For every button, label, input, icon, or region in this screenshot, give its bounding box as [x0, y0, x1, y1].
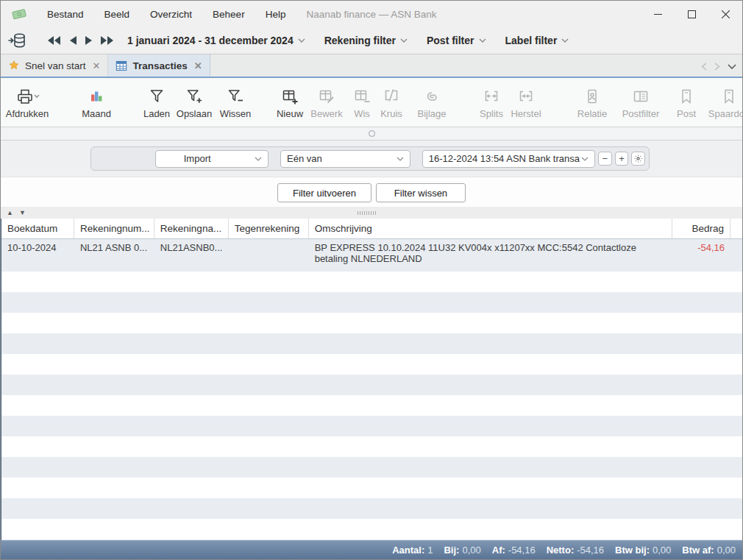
tab-scroll-right-icon[interactable] — [714, 60, 720, 71]
laden-button[interactable]: Laden — [141, 80, 172, 124]
filter-operator-select[interactable]: Eén van — [280, 150, 410, 168]
postfilter-button[interactable]: Postfilter — [619, 80, 663, 124]
first-period-icon[interactable] — [43, 33, 65, 48]
wissen-button[interactable]: Wissen — [218, 80, 253, 124]
sort-strip: ▲ ▼ — [1, 207, 742, 219]
status-value: -54,16 — [508, 545, 536, 556]
toolbar-label: Nieuw — [277, 108, 303, 119]
last-period-icon[interactable] — [96, 33, 118, 48]
afdrukken-button[interactable]: Afdrukken — [1, 80, 53, 124]
next-period-icon[interactable] — [81, 33, 96, 48]
nieuw-button[interactable]: Nieuw — [274, 80, 305, 124]
date-range-dropdown[interactable]: 1 januari 2024 - 31 december 2024 — [127, 35, 305, 46]
splits-button[interactable]: Splits — [477, 80, 506, 124]
table-header: Boekdatum Rekeningnum... Rekeningna... T… — [1, 219, 742, 239]
minimize-button[interactable] — [641, 1, 675, 27]
filter-settings-button[interactable] — [631, 152, 645, 166]
filter-uitvoeren-button[interactable]: Filter uitvoeren — [277, 183, 372, 202]
toolbar-label: Wis — [354, 108, 370, 119]
tab-list-icon[interactable] — [728, 60, 736, 71]
tab-scroll-left-icon[interactable] — [701, 60, 707, 71]
status-af: Af:-54,16 — [492, 545, 536, 556]
paperclip-icon — [423, 86, 441, 107]
column-header-rekeningnummer[interactable]: Rekeningnum... — [74, 219, 154, 238]
tab-close-icon[interactable]: ✕ — [194, 60, 202, 71]
status-label: Btw bij: — [615, 545, 650, 556]
post-button[interactable]: Post — [674, 80, 699, 124]
sort-down-icon[interactable]: ▼ — [19, 210, 26, 216]
bar-chart-icon — [88, 86, 105, 107]
rekening-filter-dropdown[interactable]: Rekening filter — [324, 35, 408, 46]
filter-field-select[interactable]: Import — [155, 150, 269, 168]
filter-value-select[interactable]: 16-12-2024 13:54 ASN Bank transa — [422, 150, 595, 168]
chevron-down-icon — [561, 38, 569, 43]
column-header-omschrijving[interactable]: Omschrijving — [309, 219, 672, 238]
transactions-table: Boekdatum Rekeningnum... Rekeningna... T… — [1, 219, 742, 540]
bijlage-button[interactable]: Bijlage — [415, 80, 449, 124]
filter-actions: Filter uitvoeren Filter wissen — [1, 177, 742, 207]
funnel-minus-icon — [227, 86, 244, 107]
status-label: Bij: — [444, 545, 459, 556]
label-filter-dropdown[interactable]: Label filter — [505, 35, 569, 46]
menu-item-help[interactable]: Help — [255, 4, 296, 24]
funnel-icon — [148, 86, 166, 107]
status-netto: Netto:-54,16 — [547, 545, 604, 556]
column-resize-grip[interactable] — [358, 211, 377, 215]
wis-button[interactable]: Wis — [351, 80, 373, 124]
opslaan-button[interactable]: Opslaan — [174, 80, 214, 124]
filter-panel: Import Eén van 16-12-2024 13:54 ASN Bank… — [1, 141, 742, 177]
star-icon — [8, 60, 20, 71]
status-value: 0,00 — [653, 545, 671, 556]
status-label: Btw af: — [682, 545, 714, 556]
status-btw-af: Btw af:0,00 — [682, 545, 736, 556]
cell-spacer — [730, 239, 742, 272]
column-header-rekeningnaam[interactable]: Rekeningna... — [154, 219, 229, 238]
bewerk-button[interactable]: Bewerk — [308, 80, 345, 124]
previous-period-icon[interactable] — [65, 33, 81, 48]
toolbar-label: Bewerk — [310, 108, 342, 119]
period-navigation — [43, 33, 118, 48]
tabbar: Snel van start ✕ Transacties ✕ — [1, 54, 742, 78]
empty-rows-area — [1, 272, 742, 540]
remove-filter-button[interactable]: − — [598, 152, 612, 166]
kruis-button[interactable]: Kruis — [377, 80, 405, 124]
filter-wissen-button[interactable]: Filter wissen — [376, 183, 466, 202]
menu-item-bestand[interactable]: Bestand — [37, 4, 94, 24]
herstel-button[interactable]: Herstel — [508, 80, 544, 124]
relatie-button[interactable]: Relatie — [575, 80, 610, 124]
column-header-bedrag[interactable]: Bedrag — [672, 219, 730, 238]
tab-label: Transacties — [132, 60, 187, 71]
menu-item-beeld[interactable]: Beeld — [94, 4, 141, 24]
chevron-down-icon — [581, 157, 589, 161]
tab-transacties[interactable]: Transacties ✕ — [108, 54, 210, 77]
cell-tegenrekening — [229, 239, 309, 272]
maximize-button[interactable] — [675, 1, 708, 27]
navigation-toolbar: 1 januari 2024 - 31 december 2024 Rekeni… — [1, 27, 742, 54]
maand-button[interactable]: Maand — [79, 80, 114, 124]
menu-item-overzicht[interactable]: Overzicht — [140, 4, 202, 24]
menu-item-beheer[interactable]: Beheer — [202, 4, 255, 24]
cell-omschrijving: BP EXPRESS 10.10.2024 11U32 KV004x x1120… — [309, 239, 672, 272]
toolbar-label: Maand — [82, 108, 111, 119]
bookmark-icon — [720, 86, 738, 107]
import-database-icon[interactable] — [8, 31, 27, 50]
chevron-down-icon — [479, 38, 486, 43]
column-header-boekdatum[interactable]: Boekdatum — [1, 219, 74, 238]
splitter-handle-icon[interactable] — [369, 130, 375, 137]
panel-splitter[interactable] — [1, 127, 742, 141]
tab-snel-van-start[interactable]: Snel van start ✕ — [1, 54, 108, 77]
post-filter-dropdown[interactable]: Post filter — [427, 35, 486, 46]
table-row[interactable]: 10-10-2024 NL21 ASNB 0... NL21ASNB0... B… — [1, 239, 742, 272]
add-filter-button[interactable]: + — [615, 152, 629, 166]
sort-up-icon[interactable]: ▲ — [7, 210, 13, 216]
status-value: 1 — [427, 545, 433, 556]
close-button[interactable] — [708, 1, 742, 27]
column-header-tegenrekening[interactable]: Tegenrekening — [229, 219, 309, 238]
window-controls — [641, 1, 742, 27]
toolbar-label: Bijlage — [417, 108, 446, 119]
filter-row: Import Eén van 16-12-2024 13:54 ASN Bank… — [90, 146, 650, 171]
spaardoel-button[interactable]: Spaardoe — [705, 80, 742, 124]
merge-icon — [517, 86, 535, 107]
tab-close-icon[interactable]: ✕ — [93, 60, 101, 71]
status-aantal: Aantal:1 — [392, 545, 433, 556]
